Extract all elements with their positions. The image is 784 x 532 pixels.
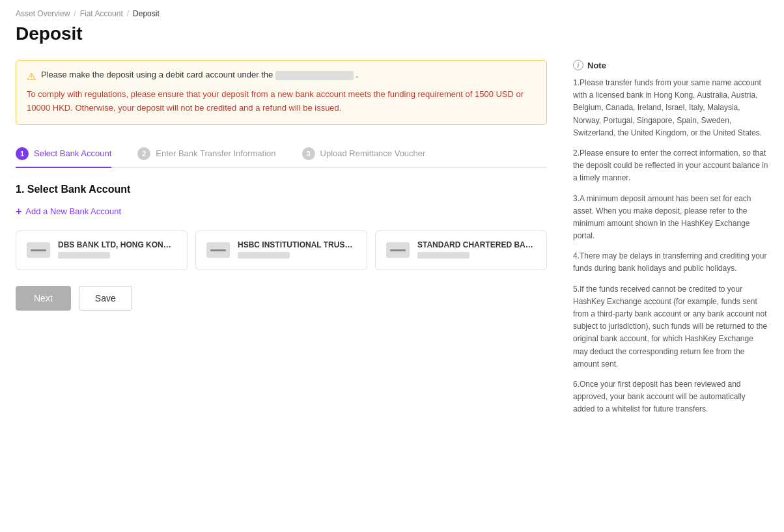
breadcrumb-deposit: Deposit	[133, 9, 160, 18]
steps-bar: 1 Select Bank Account 2 Enter Bank Trans…	[16, 141, 547, 168]
bank-name-hsbc: HSBC INSTITUTIONAL TRUST SERVICES (SIN..…	[238, 240, 356, 249]
next-button[interactable]: Next	[16, 286, 71, 311]
info-icon: i	[573, 60, 583, 70]
warning-icon: ⚠	[27, 70, 36, 83]
page-title: Deposit	[16, 23, 768, 44]
plus-icon: +	[16, 206, 21, 217]
select-bank-section-title: 1. Select Bank Account	[16, 184, 547, 195]
right-panel: i Note 1.Please transfer funds from your…	[573, 60, 768, 424]
breadcrumb: Asset Overview / Fiat Account / Deposit	[16, 0, 768, 23]
step-3[interactable]: 3 Upload Remittance Voucher	[302, 141, 426, 167]
step-1-label: Select Bank Account	[34, 148, 111, 158]
breadcrumb-asset-overview[interactable]: Asset Overview	[16, 9, 70, 18]
note-item-4: 4.There may be delays in transferring an…	[573, 250, 768, 275]
step-3-num: 3	[302, 147, 315, 160]
bank-card-scb[interactable]: STANDARD CHARTERED BANK (HONG KONG)...	[375, 231, 547, 270]
bank-account-num-hsbc	[238, 252, 290, 259]
bank-name-scb: STANDARD CHARTERED BANK (HONG KONG)...	[417, 240, 536, 249]
breadcrumb-fiat-account[interactable]: Fiat Account	[80, 9, 123, 18]
step-1-num: 1	[16, 147, 29, 160]
note-body: 1.Please transfer funds from your same n…	[573, 77, 768, 416]
breadcrumb-sep-2: /	[127, 9, 129, 18]
note-item-3: 3.A minimum deposit amount has been set …	[573, 193, 768, 243]
bank-card-hsbc[interactable]: HSBC INSTITUTIONAL TRUST SERVICES (SIN..…	[195, 231, 367, 270]
bank-cards-grid: DBS BANK LTD, HONG KONG BRANCH HSBC INST…	[16, 231, 547, 270]
alert-line1: Please make the deposit using a debit ca…	[41, 70, 358, 80]
left-panel: ⚠ Please make the deposit using a debit …	[16, 60, 547, 424]
bank-info-scb: STANDARD CHARTERED BANK (HONG KONG)...	[417, 240, 536, 260]
alert-line2: To comply with regulations, please ensur…	[27, 88, 536, 115]
step-2[interactable]: 2 Enter Bank Transfer Information	[137, 141, 275, 167]
step-1[interactable]: 1 Select Bank Account	[16, 141, 111, 168]
bank-icon-scb	[386, 242, 410, 258]
bank-info-hsbc: HSBC INSTITUTIONAL TRUST SERVICES (SIN..…	[238, 240, 356, 260]
breadcrumb-sep-1: /	[74, 9, 76, 18]
alert-box: ⚠ Please make the deposit using a debit …	[16, 60, 547, 125]
step-2-label: Enter Bank Transfer Information	[156, 148, 275, 158]
bank-account-num-dbs	[58, 252, 110, 259]
bank-icon-dbs	[27, 242, 50, 258]
bank-name-dbs: DBS BANK LTD, HONG KONG BRANCH	[58, 240, 176, 249]
bank-icon-hsbc	[206, 242, 230, 258]
note-header: i Note	[573, 60, 768, 70]
bank-account-num-scb	[417, 252, 469, 259]
note-item-1: 1.Please transfer funds from your same n…	[573, 77, 768, 139]
note-item-5: 5.If the funds received cannot be credit…	[573, 283, 768, 371]
note-item-6: 6.Once your first deposit has been revie…	[573, 378, 768, 416]
add-bank-account-button[interactable]: + Add a New Bank Account	[16, 206, 121, 217]
note-item-2: 2.Please ensure to enter the correct inf…	[573, 147, 768, 185]
redacted-name	[275, 71, 354, 80]
step-2-num: 2	[137, 147, 150, 160]
add-bank-account-label: Add a New Bank Account	[25, 206, 121, 216]
bank-card-dbs[interactable]: DBS BANK LTD, HONG KONG BRANCH	[16, 231, 188, 270]
bank-info-dbs: DBS BANK LTD, HONG KONG BRANCH	[58, 240, 176, 260]
note-title: Note	[587, 61, 606, 70]
step-3-label: Upload Remittance Voucher	[320, 148, 426, 158]
action-buttons: Next Save	[16, 286, 547, 311]
save-button[interactable]: Save	[79, 286, 132, 311]
